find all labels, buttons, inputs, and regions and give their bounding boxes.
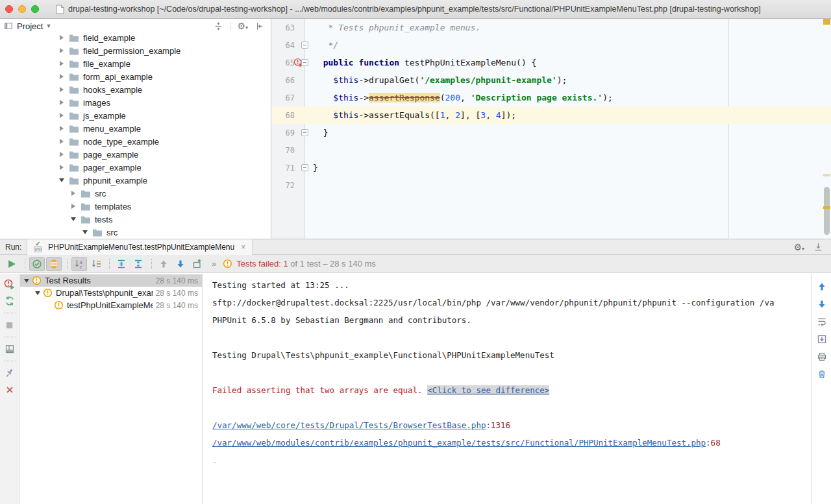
chevron-expanded-icon[interactable] [58, 178, 65, 182]
project-tree-item-field_permission_example[interactable]: field_permission_example [0, 44, 271, 57]
editor-scrollbar[interactable] [822, 19, 831, 239]
scroll-to-end-button[interactable] [815, 333, 828, 346]
chevron-expanded-icon[interactable] [69, 217, 77, 221]
print-button[interactable] [815, 350, 828, 363]
hide-run-panel-button[interactable] [813, 242, 823, 252]
test-tree-item[interactable]: Test Results28 s 140 ms [20, 274, 202, 287]
line-number: 63 [271, 23, 305, 32]
fold-marker-icon[interactable] [301, 129, 308, 136]
down-the-stack-trace-button[interactable] [815, 298, 828, 311]
pin-tab-button[interactable] [3, 366, 16, 379]
hide-project-panel-button[interactable] [254, 21, 264, 31]
code-line-66[interactable]: 66 $this->drupalGet('/examples/phpunit-e… [271, 71, 831, 89]
fold-marker-icon[interactable] [301, 164, 308, 171]
expand-all-button[interactable] [114, 257, 129, 271]
project-panel-title[interactable]: Project [17, 21, 43, 31]
run-settings-button[interactable]: ⚙▾ [793, 241, 804, 253]
close-tab-icon[interactable]: × [241, 243, 245, 252]
run-tab-title: PHPUnitExampleMenuTest.testPhpUnitExampl… [48, 243, 234, 252]
toggle-auto-test-button[interactable] [3, 294, 16, 307]
project-tree-item-node_type_example[interactable]: node_type_example [0, 135, 271, 148]
clear-all-button[interactable] [815, 368, 828, 381]
code-line-67[interactable]: 67 $this->assertResponse(200, 'Descripti… [271, 89, 831, 106]
console-link[interactable]: /var/www/web/core/tests/Drupal/Tests/Bro… [212, 420, 486, 430]
code-line-70[interactable]: 70 [271, 141, 831, 159]
chevron-collapsed-icon[interactable] [58, 61, 65, 66]
chevron-down-icon[interactable]: ▼ [45, 23, 51, 29]
chevron-collapsed-icon[interactable] [58, 87, 65, 92]
project-tree-item-hooks_example[interactable]: hooks_example [0, 83, 271, 96]
collapse-all-button[interactable] [214, 21, 223, 31]
scrollbar-thumb[interactable] [824, 187, 830, 235]
code-line-65[interactable]: 65 public function testPhpUnitExampleMen… [271, 54, 831, 71]
inspection-indicator[interactable] [823, 19, 830, 25]
chevron-collapsed-icon[interactable] [58, 74, 65, 79]
chevron-collapsed-icon[interactable] [58, 48, 65, 53]
collapse-all-button[interactable] [130, 257, 146, 271]
test-console-output[interactable]: Testing started at 13:25 ...sftp://docke… [203, 274, 812, 504]
chevron-collapsed-icon[interactable] [58, 113, 65, 118]
project-tree-item-form_api_example[interactable]: form_api_example [0, 70, 271, 83]
show-ignored-button[interactable] [46, 257, 62, 271]
project-tree-item-templates[interactable]: templates [0, 200, 271, 213]
chevron-collapsed-icon[interactable] [58, 139, 65, 144]
code-line-64[interactable]: 64 */ [271, 36, 831, 54]
project-tree-item-tests[interactable]: tests [0, 213, 271, 226]
code-line-71[interactable]: 71} [271, 159, 831, 176]
warning-stripe[interactable] [823, 174, 830, 176]
up-the-stack-trace-button[interactable] [815, 280, 828, 293]
sort-alphabetically-button[interactable]: az [71, 257, 87, 271]
project-settings-button[interactable]: ⚙▾ [237, 20, 248, 32]
chevron-expanded-icon[interactable] [81, 230, 88, 234]
project-tree-item-js_example[interactable]: js_example [0, 109, 271, 122]
chevron-collapsed-icon[interactable] [58, 165, 65, 170]
console-right-toolbar [813, 274, 831, 504]
warning-stripe[interactable] [823, 206, 830, 209]
code-line-68[interactable]: 68 $this->assertEquals([1, 2], [3, 4]); [271, 106, 831, 124]
project-tree-item-file_example[interactable]: file_example [0, 57, 271, 70]
rerun-button[interactable] [4, 257, 19, 271]
project-tree-item-src[interactable]: src [0, 226, 271, 239]
previous-failed-test-button[interactable] [156, 257, 171, 271]
sort-by-duration-button[interactable] [88, 257, 104, 271]
next-failed-test-button[interactable] [173, 257, 188, 271]
restore-layout-button[interactable] [3, 342, 16, 355]
chevron-collapsed-icon[interactable] [69, 204, 77, 209]
chevron-collapsed-icon[interactable] [58, 126, 65, 131]
test-tree-item[interactable]: Drupal\Tests\phpunit_example\Functional\… [20, 287, 202, 299]
project-tree-item-images[interactable]: images [0, 96, 271, 109]
folder-icon [69, 176, 79, 185]
show-passed-button[interactable] [29, 257, 45, 271]
code-line-72[interactable]: 72 [271, 176, 831, 194]
zoom-window-button[interactable] [31, 5, 39, 13]
project-tree-item-field_example[interactable]: field_example [0, 31, 271, 44]
fold-marker-icon[interactable] [301, 59, 308, 66]
chevron-collapsed-icon[interactable] [58, 35, 65, 40]
project-tree-item-src[interactable]: src [0, 187, 271, 200]
code-line-63[interactable]: 63 * Tests phpunit_example menus. [271, 19, 831, 36]
minimize-window-button[interactable] [18, 5, 26, 13]
chevron-expanded-icon[interactable] [34, 291, 42, 295]
import-tests-button[interactable] [190, 257, 205, 271]
console-link[interactable]: <Click to see difference> [427, 385, 549, 395]
rerun-failed-tests-button[interactable] [3, 278, 16, 291]
fold-marker-icon[interactable] [301, 42, 308, 49]
toolbar-overflow-chevron[interactable]: » [212, 259, 216, 269]
code-editor[interactable]: 63 * Tests phpunit_example menus.64 */65… [271, 19, 831, 239]
project-tree-item-pager_example[interactable]: pager_example [0, 161, 271, 174]
chevron-collapsed-icon[interactable] [58, 152, 65, 157]
close-window-button[interactable] [5, 5, 13, 13]
project-tree-item-phpunit_example[interactable]: phpunit_example [0, 174, 271, 187]
chevron-collapsed-icon[interactable] [69, 191, 77, 196]
close-run-panel-button[interactable] [3, 383, 16, 396]
soft-wrap-button[interactable] [815, 315, 828, 328]
project-tree-item-menu_example[interactable]: menu_example [0, 122, 271, 135]
chevron-collapsed-icon[interactable] [58, 100, 65, 105]
run-tab[interactable]: php✓ PHPUnitExampleMenuTest.testPhpUnitE… [27, 239, 253, 255]
code-line-69[interactable]: 69 } [271, 124, 831, 141]
test-tree-item[interactable]: testPhpUnitExampleMenu28 s 140 ms [20, 299, 202, 311]
console-link[interactable]: /var/www/web/modules/contrib/examples/ph… [212, 438, 706, 448]
project-tree-item-page_example[interactable]: page_example [0, 148, 271, 161]
chevron-expanded-icon[interactable] [23, 279, 31, 283]
stop-button[interactable] [3, 318, 16, 331]
